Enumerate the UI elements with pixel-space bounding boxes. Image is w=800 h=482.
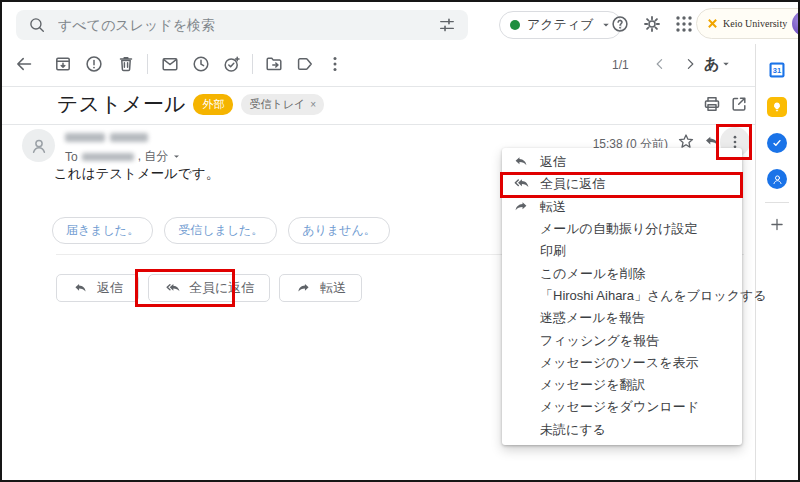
open-in-new-button[interactable] xyxy=(727,92,751,116)
toolbar-separator xyxy=(2,86,758,87)
help-button[interactable] xyxy=(608,12,632,36)
gmail-window: アクティブ Keio University 1/1 あ テストメール 外部 受信… xyxy=(0,0,800,482)
smart-reply-row: 届きました。 受信しました。 ありません。 xyxy=(52,217,390,244)
context-menu-item[interactable]: メッセージを翻訳 xyxy=(502,374,742,396)
reply-action-button[interactable]: 転送 xyxy=(279,274,362,302)
context-menu-item[interactable]: メッセージをダウンロード xyxy=(502,396,742,418)
to-prefix: To xyxy=(65,150,78,164)
input-tool-label: あ xyxy=(704,55,719,74)
context-menu-item[interactable]: 転送 xyxy=(502,196,742,218)
chat-status-dropdown[interactable]: アクティブ xyxy=(499,11,622,39)
label-button[interactable] xyxy=(293,52,317,76)
tasks-icon[interactable] xyxy=(767,133,787,153)
keio-logo-icon xyxy=(707,18,718,29)
context-menu-item[interactable]: メッセージのソースを表示 xyxy=(502,352,742,374)
back-button[interactable] xyxy=(12,52,36,76)
account-badge[interactable]: Keio University xyxy=(696,8,800,39)
add-to-tasks-button[interactable] xyxy=(220,52,244,76)
inbox-label-text: 受信トレイ xyxy=(249,97,305,112)
reply-action-button[interactable]: 返信 xyxy=(56,274,139,302)
redacted-recipient xyxy=(82,153,134,161)
smart-reply-chip[interactable]: 受信しました。 xyxy=(164,217,277,244)
reply-actions-row: 返信 全員に返信 転送 xyxy=(56,274,362,302)
keep-icon[interactable] xyxy=(767,97,787,117)
toolbar-divider xyxy=(252,54,253,74)
remove-label-icon[interactable]: × xyxy=(310,99,316,110)
redacted-sender-name xyxy=(65,133,148,142)
print-button[interactable] xyxy=(700,92,724,116)
contacts-icon[interactable] xyxy=(767,169,787,189)
active-status-dot xyxy=(510,20,520,30)
toolbar-more-button[interactable] xyxy=(323,52,347,76)
get-addons-button[interactable] xyxy=(769,216,786,233)
message-body: これはテストメールです。 xyxy=(54,165,219,183)
message-separator xyxy=(2,124,758,125)
context-menu-item[interactable]: 未読にする xyxy=(502,419,742,441)
context-menu-item[interactable]: 「Hiroshi Aihara」さんをブロックする xyxy=(502,285,742,307)
smart-reply-chip[interactable]: 届きました。 xyxy=(52,217,153,244)
message-context-menu: 返信 全員に返信 転送 メールの自動振り分け設定 印刷 xyxy=(502,148,742,445)
sender-avatar[interactable] xyxy=(22,129,55,162)
search-options-icon[interactable] xyxy=(438,16,456,34)
search-bar xyxy=(16,10,468,40)
external-badge: 外部 xyxy=(193,94,233,115)
mark-unread-button[interactable] xyxy=(158,52,182,76)
status-label: アクティブ xyxy=(527,16,594,34)
context-menu-item[interactable]: メールの自動振り分け設定 xyxy=(502,218,742,240)
smart-reply-chip[interactable]: ありません。 xyxy=(288,217,389,244)
context-menu-item[interactable]: 全員に返信 xyxy=(502,173,742,195)
delete-button[interactable] xyxy=(114,52,138,76)
newer-button[interactable] xyxy=(648,52,672,76)
input-tools-dropdown[interactable]: あ xyxy=(704,52,731,76)
chevron-down-icon xyxy=(721,59,731,69)
settings-button[interactable] xyxy=(640,12,664,36)
recipients-line: To , 自分 xyxy=(65,148,181,165)
move-to-button[interactable] xyxy=(262,52,286,76)
context-menu-item[interactable]: 返信 xyxy=(502,151,742,173)
toolbar-divider xyxy=(147,54,148,74)
inbox-label-chip: 受信トレイ × xyxy=(241,94,324,115)
reply-action-button[interactable]: 全員に返信 xyxy=(148,274,270,302)
search-icon xyxy=(28,16,46,34)
context-menu-item[interactable]: 迷惑メールを報告 xyxy=(502,307,742,329)
apps-grid-button[interactable] xyxy=(672,12,696,36)
email-subject: テストメール xyxy=(57,90,185,118)
account-org-label: Keio University xyxy=(723,18,787,29)
to-self: , 自分 xyxy=(138,148,169,165)
user-avatar[interactable] xyxy=(792,11,800,36)
show-details-icon[interactable] xyxy=(172,152,181,161)
calendar-icon[interactable] xyxy=(767,60,787,80)
report-spam-button[interactable] xyxy=(82,52,106,76)
search-input[interactable] xyxy=(56,16,428,34)
context-menu-item[interactable]: 印刷 xyxy=(502,240,742,262)
pagination-counter: 1/1 xyxy=(612,58,629,72)
snooze-button[interactable] xyxy=(189,52,213,76)
archive-button[interactable] xyxy=(51,52,75,76)
side-panel xyxy=(755,44,798,480)
older-button[interactable] xyxy=(678,52,702,76)
context-menu-item[interactable]: フィッシングを報告 xyxy=(502,329,742,351)
context-menu-item[interactable]: このメールを削除 xyxy=(502,262,742,284)
side-panel-divider xyxy=(765,202,789,203)
